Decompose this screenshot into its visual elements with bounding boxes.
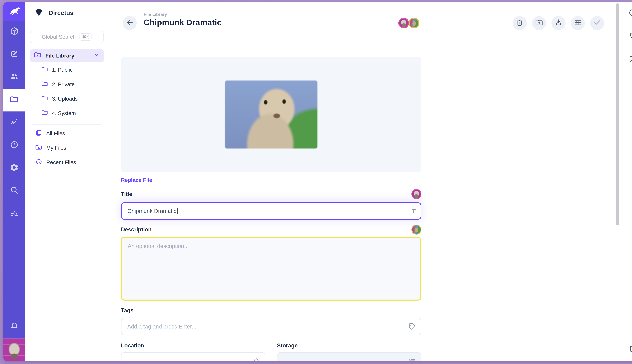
project-header[interactable]: Directus bbox=[25, 2, 108, 24]
tags-input[interactable] bbox=[127, 324, 404, 330]
location-input[interactable] bbox=[127, 358, 248, 361]
link-label: My Files bbox=[46, 145, 66, 151]
description-textarea[interactable] bbox=[121, 236, 422, 300]
description-editor-avatar bbox=[412, 224, 421, 234]
title-type-icon: T bbox=[412, 208, 416, 214]
svg-text:?: ? bbox=[13, 142, 16, 147]
project-logo-mark-icon bbox=[34, 7, 44, 18]
title-input[interactable]: Chipmunk Dramatic T bbox=[121, 202, 422, 220]
module-item-users[interactable] bbox=[3, 66, 25, 89]
link-label: All Files bbox=[46, 130, 65, 136]
download-button[interactable] bbox=[552, 16, 566, 30]
tag-icon bbox=[408, 323, 416, 330]
storage-input-wrap bbox=[277, 352, 422, 361]
save-button[interactable] bbox=[590, 16, 604, 30]
module-item-help[interactable]: ? bbox=[3, 134, 25, 157]
help-icon: ? bbox=[10, 140, 19, 151]
cube-icon bbox=[10, 27, 19, 37]
move-to-folder-button[interactable] bbox=[532, 16, 546, 30]
sidebar-notifications-button[interactable]: 1 bbox=[620, 25, 632, 48]
sidebar-divider bbox=[32, 124, 102, 124]
title-editor-avatar bbox=[412, 189, 421, 199]
storage-field-label: Storage bbox=[277, 342, 298, 348]
current-user-avatar[interactable] bbox=[3, 338, 25, 361]
folder-item-private[interactable]: 2. Private bbox=[25, 77, 108, 92]
page-title: Chipmunk Dramatic bbox=[144, 18, 222, 27]
right-sidebar: 1 bbox=[620, 2, 632, 361]
sidebar-item-recent-files[interactable]: Recent Files bbox=[25, 155, 108, 170]
project-logo-button[interactable] bbox=[3, 2, 25, 20]
file-preview-panel[interactable] bbox=[121, 57, 422, 172]
description-field-header: Description bbox=[121, 224, 422, 234]
global-search-input[interactable]: Global Search ⌘K bbox=[30, 30, 104, 43]
delete-button[interactable] bbox=[513, 16, 527, 30]
sidebar-item-my-files[interactable]: My Files bbox=[25, 141, 108, 155]
module-item-insights[interactable] bbox=[3, 112, 25, 134]
file-detail-form: Replace File Title Chipmunk Dramatic T D… bbox=[121, 57, 422, 361]
check-icon bbox=[593, 18, 601, 28]
folder-icon bbox=[41, 80, 48, 88]
edit-icon bbox=[10, 50, 19, 60]
folder-special-icon bbox=[34, 51, 41, 60]
avatar-user[interactable] bbox=[398, 18, 409, 28]
tags-field-label: Tags bbox=[121, 307, 134, 314]
folder-item-uploads[interactable]: 3. Uploads bbox=[25, 92, 108, 106]
insights-icon bbox=[10, 118, 19, 128]
page-header: File Library Chipmunk Dramatic bbox=[108, 2, 620, 48]
sidebar-revisions-button[interactable] bbox=[620, 338, 632, 361]
folder-label: 3. Uploads bbox=[52, 96, 78, 102]
folder-icon bbox=[41, 66, 48, 74]
module-item-content[interactable] bbox=[3, 20, 25, 43]
sidebar-info-button[interactable] bbox=[620, 2, 632, 25]
module-item-files[interactable] bbox=[3, 89, 25, 112]
chevron-down-icon[interactable] bbox=[93, 52, 100, 60]
location-field-label: Location bbox=[121, 342, 144, 348]
edit-options-button[interactable] bbox=[571, 16, 585, 30]
breadcrumb[interactable]: File Library bbox=[144, 12, 222, 17]
clipboard-clock-icon bbox=[628, 344, 632, 355]
main-scrollbar[interactable] bbox=[616, 3, 619, 225]
location-field: Location bbox=[121, 342, 266, 361]
replace-file-link[interactable]: Replace File bbox=[121, 177, 152, 183]
module-bar: ? bbox=[3, 2, 25, 361]
title-field-label: Title bbox=[121, 191, 132, 197]
users-icon bbox=[10, 72, 19, 83]
sidebar-comments-button[interactable] bbox=[620, 48, 632, 72]
folder-icon bbox=[41, 95, 48, 103]
module-item-community[interactable] bbox=[3, 202, 25, 225]
folder-item-public[interactable]: 1. Public bbox=[25, 63, 108, 77]
back-button[interactable] bbox=[122, 16, 137, 30]
storage-icon bbox=[408, 357, 416, 361]
history-icon bbox=[35, 158, 42, 166]
tags-input-wrap bbox=[121, 318, 422, 335]
text-cursor bbox=[177, 208, 178, 214]
bell-icon bbox=[628, 32, 632, 42]
module-bar-spacer bbox=[3, 225, 25, 316]
trash-icon bbox=[516, 18, 524, 28]
folder-item-system[interactable]: 4. System bbox=[25, 106, 108, 120]
storage-field: Storage bbox=[277, 342, 422, 361]
sidebar-item-all-files[interactable]: All Files bbox=[25, 126, 108, 141]
module-item-search[interactable] bbox=[3, 180, 25, 202]
directus-app-window: ? Directus Global Search ⌘K File Library bbox=[3, 2, 632, 361]
folder-label: 2. Private bbox=[52, 82, 74, 88]
sidebar-item-file-library[interactable]: File Library bbox=[30, 49, 104, 62]
module-notifications-button[interactable] bbox=[3, 316, 25, 338]
module-item-settings[interactable] bbox=[3, 157, 25, 180]
rabbit-logo-icon bbox=[8, 6, 20, 17]
collaborator-avatars bbox=[398, 18, 420, 28]
info-icon bbox=[628, 8, 632, 18]
title-input-value: Chipmunk Dramatic bbox=[128, 208, 176, 214]
chipmunk-preview-image[interactable] bbox=[225, 80, 318, 149]
project-name: Directus bbox=[49, 9, 74, 16]
storage-input bbox=[283, 358, 404, 361]
avatar-chipmunk[interactable] bbox=[409, 18, 420, 28]
copy-icon bbox=[35, 129, 42, 138]
page-titles: File Library Chipmunk Dramatic bbox=[144, 12, 222, 27]
folder-icon bbox=[10, 95, 19, 106]
main-content: File Library Chipmunk Dramatic Replace F… bbox=[108, 2, 620, 361]
search-shortcut-kbd: ⌘K bbox=[80, 33, 92, 41]
arrow-left-icon bbox=[126, 18, 134, 28]
sidebar-item-label: File Library bbox=[46, 53, 74, 59]
module-item-editor[interactable] bbox=[3, 43, 25, 66]
